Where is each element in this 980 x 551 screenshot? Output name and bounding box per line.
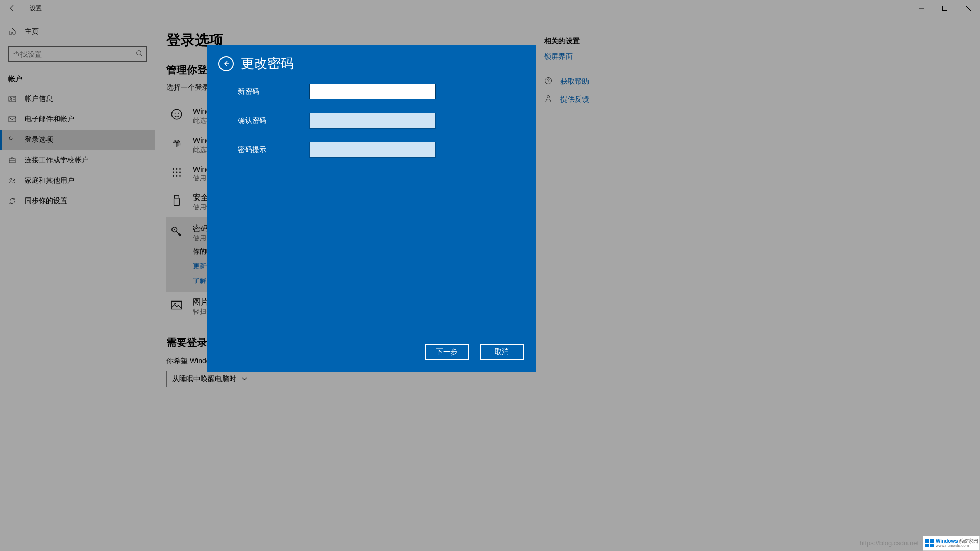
svg-rect-30 <box>930 539 934 543</box>
next-button[interactable]: 下一步 <box>425 344 469 360</box>
watermark: Windows系统家园 www.numadu.com <box>923 536 980 551</box>
input-new-password[interactable] <box>309 84 436 99</box>
input-confirm-password[interactable] <box>309 113 436 129</box>
svg-rect-29 <box>925 539 929 543</box>
label-password-hint: 密码提示 <box>238 145 309 155</box>
svg-rect-31 <box>925 544 929 547</box>
dialog-title: 更改密码 <box>241 55 294 72</box>
label-new-password: 新密码 <box>238 87 309 96</box>
svg-rect-32 <box>930 544 934 547</box>
change-password-dialog: 更改密码 新密码 确认密码 密码提示 下一步 取消 <box>207 45 536 372</box>
input-password-hint[interactable] <box>309 142 436 158</box>
label-confirm-password: 确认密码 <box>238 116 309 126</box>
dialog-back-button[interactable] <box>218 56 234 71</box>
footer-url: https://blog.csdn.net <box>860 539 919 547</box>
windows-logo-icon <box>925 539 934 547</box>
cancel-button[interactable]: 取消 <box>480 344 524 360</box>
